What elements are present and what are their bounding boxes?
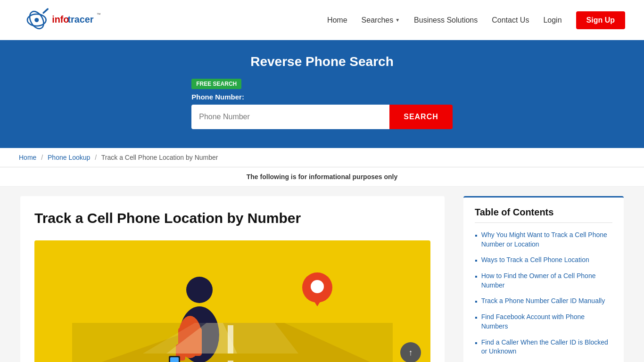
toc-item: ▪ Track a Phone Number Caller ID Manuall… xyxy=(475,296,612,306)
toc-item: ▪ Ways to Track a Cell Phone Location xyxy=(475,255,612,265)
info-bar: The following is for informational purpo… xyxy=(0,167,644,187)
toc-bullet-icon: ▪ xyxy=(475,231,478,240)
search-button[interactable]: SEARCH xyxy=(389,105,453,129)
toc-item: ▪ Find Facebook Account with Phone Numbe… xyxy=(475,313,612,331)
nav-searches-label: Searches xyxy=(362,16,394,25)
toc-bullet-icon: ▪ xyxy=(475,339,478,347)
toc-box: Table of Contents ▪ Why You Might Want t… xyxy=(463,196,624,362)
breadcrumb-home[interactable]: Home xyxy=(19,154,36,161)
main-nav: Home Searches ▼ Business Solutions Conta… xyxy=(327,11,625,29)
toc-bullet-icon: ▪ xyxy=(475,272,478,281)
svg-point-22 xyxy=(311,280,324,293)
nav-home[interactable]: Home xyxy=(327,16,347,25)
toc-link[interactable]: Ways to Track a Cell Phone Location xyxy=(481,255,589,265)
nav-business[interactable]: Business Solutions xyxy=(414,16,478,25)
phone-search-input[interactable] xyxy=(191,105,389,129)
content-area: Track a Cell Phone Location by Number xyxy=(20,196,624,362)
toc-title: Table of Contents xyxy=(475,207,612,223)
hero-title: Reverse Phone Search xyxy=(9,54,635,69)
main-wrapper: Track a Cell Phone Location by Number xyxy=(0,187,644,362)
signup-button[interactable]: Sign Up xyxy=(576,11,625,29)
toc-item: ▪ Why You Might Want to Track a Cell Pho… xyxy=(475,230,612,249)
search-container: FREE SEARCH Phone Number: SEARCH xyxy=(191,79,453,129)
svg-point-2 xyxy=(34,18,39,22)
toc-link[interactable]: Find Facebook Account with Phone Numbers xyxy=(481,313,612,331)
logo-svg: info tracer ™ xyxy=(19,6,104,34)
hero-section: Reverse Phone Search FREE SEARCH Phone N… xyxy=(0,40,644,148)
breadcrumb-sep-1: / xyxy=(41,154,43,161)
svg-line-3 xyxy=(43,9,48,13)
toc-link[interactable]: How to Find the Owner of a Cell Phone Nu… xyxy=(481,272,612,290)
article-section: Track a Cell Phone Location by Number xyxy=(20,196,445,362)
toc-list: ▪ Why You Might Want to Track a Cell Pho… xyxy=(475,230,612,356)
breadcrumb: Home / Phone Lookup / Track a Cell Phone… xyxy=(0,148,644,167)
toc-link[interactable]: Find a Caller When the Caller ID is Bloc… xyxy=(481,338,612,356)
scroll-up-button[interactable]: ↑ xyxy=(400,342,421,362)
free-search-badge: FREE SEARCH xyxy=(191,79,241,89)
search-row: SEARCH xyxy=(191,105,453,129)
breadcrumb-phone-lookup[interactable]: Phone Lookup xyxy=(48,154,90,161)
svg-text:tracer: tracer xyxy=(68,14,94,24)
toc-link[interactable]: Track a Phone Number Caller ID Manually xyxy=(481,296,605,306)
toc-bullet-icon: ▪ xyxy=(475,297,478,306)
svg-text:™: ™ xyxy=(97,12,101,16)
logo[interactable]: info tracer ™ xyxy=(19,6,104,34)
article-title: Track a Cell Phone Location by Number xyxy=(34,210,430,226)
breadcrumb-sep-2: / xyxy=(95,154,97,161)
toc-bullet-icon: ▪ xyxy=(475,256,478,265)
nav-searches[interactable]: Searches ▼ xyxy=(362,16,400,25)
svg-text:info: info xyxy=(52,14,69,24)
site-header: info tracer ™ Home Searches ▼ Business S… xyxy=(0,0,644,40)
illustration-svg: ✓ xyxy=(34,240,430,362)
sidebar: Table of Contents ▪ Why You Might Want t… xyxy=(463,196,624,362)
toc-item: ▪ How to Find the Owner of a Cell Phone … xyxy=(475,272,612,290)
toc-link[interactable]: Why You Might Want to Track a Cell Phone… xyxy=(481,230,612,249)
scroll-up-icon: ↑ xyxy=(409,348,413,358)
breadcrumb-current: Track a Cell Phone Location by Number xyxy=(101,154,218,161)
article-image: ✓ ↑ xyxy=(34,240,430,362)
chevron-down-icon: ▼ xyxy=(395,17,400,23)
login-button[interactable]: Login xyxy=(543,16,561,25)
phone-label: Phone Number: xyxy=(191,93,453,101)
info-bar-text: The following is for informational purpo… xyxy=(247,173,397,181)
toc-item: ▪ Find a Caller When the Caller ID is Bl… xyxy=(475,338,612,356)
svg-point-12 xyxy=(186,277,213,303)
nav-contact[interactable]: Contact Us xyxy=(492,16,529,25)
toc-bullet-icon: ▪ xyxy=(475,313,478,322)
